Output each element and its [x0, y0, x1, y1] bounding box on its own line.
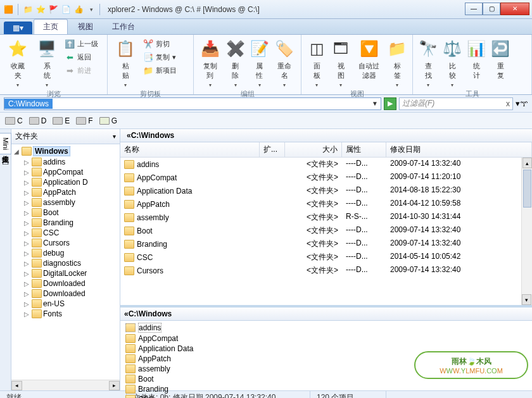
back-button[interactable]: ⬅返回: [62, 51, 101, 63]
tree-node[interactable]: ▷Cursors: [11, 238, 120, 248]
sidetab-mini[interactable]: Mini虚拟文件夹: [0, 133, 11, 154]
tree-node[interactable]: ◢Windows: [11, 146, 120, 157]
list-row[interactable]: CSC<文件夹>----D...2014-05-14 10:05:42: [120, 251, 532, 264]
list-row[interactable]: assembly<文件夹>R-S-...2014-10-30 14:31:44: [120, 211, 532, 224]
tree-node[interactable]: ▷diagnostics: [11, 258, 120, 268]
tree-node[interactable]: ▷Boot: [11, 208, 120, 218]
icon-item[interactable]: addins: [124, 322, 244, 333]
qat-star-icon[interactable]: ⭐: [35, 4, 46, 15]
tree-dropdown-icon[interactable]: ▾: [113, 133, 116, 140]
go-button[interactable]: ▶: [384, 97, 396, 110]
tree-node[interactable]: ▷assembly: [11, 197, 120, 208]
drive-d[interactable]: D: [29, 116, 47, 125]
tree-node[interactable]: ▷AppCompat: [11, 167, 120, 177]
stats-button[interactable]: 📊统 计: [465, 36, 488, 80]
qat-folder-icon[interactable]: 📁: [22, 4, 34, 15]
filter-funnel-icon[interactable]: ▾🝖: [516, 99, 528, 108]
redo-button[interactable]: ↩️重 复: [489, 36, 512, 80]
copy-button[interactable]: 📑复制▾: [141, 51, 179, 63]
rename-button[interactable]: 🏷️重命 名: [272, 36, 298, 88]
compare-button[interactable]: ⚖️比 较: [441, 36, 464, 88]
paste-button[interactable]: 📋粘 贴: [111, 36, 139, 88]
views-button[interactable]: 🗔视 图: [329, 36, 352, 88]
list-row[interactable]: Cursors<文件夹>----D...2009-07-14 13:32:40: [120, 264, 532, 277]
copy-to-button[interactable]: 📥复制 到: [198, 36, 223, 88]
qat-app-icon[interactable]: 🟧: [3, 4, 14, 15]
new-item-button[interactable]: 📁新项目: [141, 64, 179, 77]
icon-item[interactable]: AppPatch: [124, 354, 244, 364]
tree-node[interactable]: ▷Downloaded: [11, 278, 120, 289]
qat-doc-icon[interactable]: 📄: [60, 4, 72, 15]
column-headers[interactable]: 名称 扩... 大小 属性 修改日期: [120, 142, 532, 158]
panel-button[interactable]: ◫面 板: [305, 36, 328, 88]
tree-node[interactable]: ▷en-US: [11, 299, 120, 309]
filter-input[interactable]: 过滤器(F)x: [399, 97, 513, 110]
filter-clear-icon[interactable]: x: [506, 99, 510, 108]
address-input[interactable]: C:\Windows ▼: [4, 97, 381, 110]
tree-hscrollbar[interactable]: ◂▸: [11, 380, 120, 390]
drive-c[interactable]: C: [5, 116, 23, 125]
bookmark-button[interactable]: 📁标 签: [386, 36, 408, 88]
panel-icon: ◫: [305, 37, 328, 60]
folder-icon: [125, 364, 136, 373]
icon-item[interactable]: Application Data: [124, 344, 244, 354]
tree-node[interactable]: ▷Branding: [11, 218, 120, 228]
tree-node[interactable]: ▷CSC: [11, 228, 120, 238]
tab-workbench[interactable]: 工作台: [103, 20, 144, 34]
tree-node[interactable]: ▷AppPatch: [11, 187, 120, 197]
folder-icon: [125, 354, 136, 363]
col-size[interactable]: 大小: [285, 142, 342, 157]
properties-button[interactable]: 📝属 性: [248, 36, 271, 88]
favorites-button[interactable]: ⭐收藏 夹: [4, 36, 32, 88]
address-dropdown-icon[interactable]: ▼: [369, 100, 381, 107]
minimize-button[interactable]: —: [465, 3, 483, 15]
tree-node[interactable]: ▷DigitalLocker: [11, 268, 120, 278]
icon-item[interactable]: assembly: [124, 364, 244, 374]
system-button[interactable]: 🖥️系 统: [33, 36, 61, 88]
maximize-button[interactable]: ▢: [483, 3, 500, 15]
col-attr[interactable]: 属性: [342, 142, 386, 157]
drive-g[interactable]: G: [99, 116, 117, 125]
delete-button[interactable]: ✖️删 除: [224, 36, 247, 88]
tab-view[interactable]: 视图: [69, 20, 102, 34]
list-row[interactable]: addins<文件夹>----D...2009-07-14 13:32:40: [120, 158, 532, 171]
file-list-pane[interactable]: ▴▾ addins<文件夹>----D...2009-07-14 13:32:4…: [120, 158, 532, 305]
icon-item[interactable]: Branding: [124, 384, 244, 394]
title-bar: 🟧 📁 ⭐ 🚩 📄 👍 ▾ xplorer2 - Windows @ C:\ #…: [0, 0, 532, 19]
qat-dropdown-icon[interactable]: ▾: [86, 4, 97, 15]
list-row[interactable]: Application Data<文件夹>----D...2014-08-18 …: [120, 184, 532, 197]
qat-flag-icon[interactable]: 🚩: [48, 4, 59, 15]
icon-item[interactable]: Boot: [124, 374, 244, 384]
cut-button[interactable]: ✂️剪切: [141, 37, 179, 50]
ribbon: ⭐收藏 夹 🖥️系 统 ⬆️上一级 ⬅返回 ➡前进 浏览 📋粘 贴 ✂️剪切 📑…: [0, 34, 532, 95]
col-name[interactable]: 名称: [120, 142, 260, 157]
file-tab[interactable]: ▦▾: [4, 22, 32, 34]
close-button[interactable]: ✕: [500, 3, 529, 15]
tree-node[interactable]: ▷Downloaded: [11, 289, 120, 299]
tab-home[interactable]: 主页: [34, 19, 68, 34]
list-row[interactable]: AppPatch<文件夹>----D...2014-04-12 10:59:58: [120, 197, 532, 211]
tree-node[interactable]: ▷Fonts: [11, 309, 120, 319]
autofilter-button[interactable]: 🔽自动过 滤器: [353, 36, 384, 80]
tree-node[interactable]: ▷debug: [11, 248, 120, 258]
folder-icon: [125, 375, 136, 383]
icon-item[interactable]: AppCompat: [124, 333, 244, 344]
list-row[interactable]: AppCompat<文件夹>----D...2009-07-14 11:20:1…: [120, 171, 532, 184]
drive-f[interactable]: F: [76, 116, 92, 125]
drive-e[interactable]: E: [53, 116, 70, 125]
folder-icon: [125, 334, 136, 343]
qat-thumbs-icon[interactable]: 👍: [73, 4, 84, 15]
up-button[interactable]: ⬆️上一级: [62, 37, 101, 50]
tree-node[interactable]: ▷addins: [11, 157, 120, 167]
list-row[interactable]: Boot<文件夹>----D...2009-07-14 13:32:40: [120, 224, 532, 237]
forward-button[interactable]: ➡前进: [62, 64, 101, 77]
list-vscrollbar[interactable]: ▴▾: [521, 158, 532, 305]
list-row[interactable]: Branding<文件夹>----D...2009-07-14 13:32:40: [120, 237, 532, 251]
sidetab-icon[interactable]: ▭: [2, 158, 9, 167]
find-button[interactable]: 🔭查 找: [417, 36, 440, 88]
icon-item[interactable]: CSC: [124, 394, 244, 398]
tree-node[interactable]: ▷Application D: [11, 177, 120, 187]
folder-tree[interactable]: ◢Windows▷addins▷AppCompat▷Application D▷…: [11, 144, 120, 380]
col-date[interactable]: 修改日期: [386, 142, 532, 157]
col-ext[interactable]: 扩...: [260, 142, 285, 157]
